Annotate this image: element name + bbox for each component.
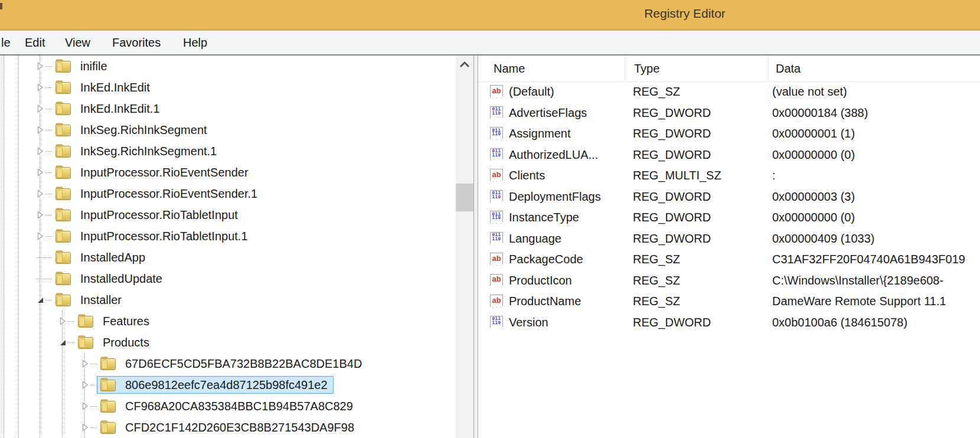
string-value-icon: ab bbox=[490, 253, 503, 266]
value-name: ProductIcon bbox=[509, 270, 572, 292]
tree-item[interactable]: CFD2C1F142D260E3CB8B271543DA9F98 bbox=[80, 417, 456, 438]
collapse-arrow-icon[interactable] bbox=[57, 337, 68, 348]
tree-item[interactable]: InkSeg.RichInkSegment.1 bbox=[35, 140, 456, 162]
tree-item-content[interactable]: InstalledApp bbox=[52, 249, 151, 266]
expand-arrow-icon[interactable] bbox=[35, 167, 45, 178]
tree-item-label: CFD2C1F142D260E3CB8B271543DA9F98 bbox=[125, 421, 354, 434]
tree-item-content[interactable]: InkEd.InkEdit bbox=[52, 79, 156, 96]
tree-item-content[interactable]: Products bbox=[74, 334, 155, 351]
value-type: REG_DWORD bbox=[633, 103, 711, 124]
tree-item-content[interactable]: Features bbox=[74, 312, 155, 330]
expand-arrow-icon[interactable] bbox=[80, 422, 90, 433]
tree-item-label: Features bbox=[103, 315, 149, 328]
folder-icon bbox=[99, 356, 117, 371]
menu-item-file[interactable]: le bbox=[1, 31, 11, 54]
tree-item[interactable]: InputProcessor.RioTabletInput bbox=[35, 204, 456, 225]
tree-item-content[interactable]: inifile bbox=[52, 57, 113, 75]
tree-item[interactable]: InkEd.InkEdit.1 bbox=[35, 98, 456, 119]
value-row[interactable]: abPackageCodeREG_SZC31AF32FF20F04740A61B… bbox=[478, 249, 980, 270]
tree-item-content[interactable]: InputProcessor.RioEventSender bbox=[52, 164, 254, 181]
expand-arrow-icon[interactable] bbox=[35, 82, 45, 93]
tree-item-content[interactable]: 67D6ECF5CD5FBA732B8B22BAC8DE1B4D bbox=[97, 355, 368, 372]
expand-arrow-icon[interactable] bbox=[35, 188, 45, 199]
tree-item[interactable]: InputProcessor.RioEventSender bbox=[35, 162, 456, 183]
value-row[interactable]: 011110LanguageREG_DWORD0x00000409 (1033) bbox=[478, 228, 980, 250]
tree-item-content[interactable]: InputProcessor.RioTabletInput.1 bbox=[52, 227, 254, 245]
tree-dotted-connector bbox=[45, 130, 52, 130]
tree-item-label: inifile bbox=[80, 60, 107, 73]
tree-item[interactable]: 67D6ECF5CD5FBA732B8B22BAC8DE1B4D bbox=[80, 353, 456, 374]
value-name: InstanceType bbox=[509, 207, 579, 228]
folder-icon bbox=[99, 377, 117, 393]
tree-item[interactable]: inifile bbox=[35, 55, 456, 77]
value-type: REG_DWORD bbox=[633, 145, 711, 166]
menu-item-view[interactable]: View bbox=[65, 31, 90, 54]
value-row[interactable]: abClientsREG_MULTI_SZ: bbox=[478, 165, 980, 187]
tree-item[interactable]: InkEd.InkEdit bbox=[35, 77, 456, 98]
tree-item-content-selected[interactable]: 806e9812eefc7ea4d87125b98fc491e2 bbox=[97, 376, 334, 394]
value-row[interactable]: 011110AuthorizedLUA...REG_DWORD0x0000000… bbox=[478, 145, 980, 166]
value-row[interactable]: ab(Default)REG_SZ(value not set) bbox=[478, 81, 980, 103]
expand-arrow-icon[interactable] bbox=[80, 401, 90, 411]
menu-item-favorites[interactable]: Favorites bbox=[112, 31, 161, 54]
folder-icon bbox=[54, 271, 72, 286]
column-header-type[interactable]: Type bbox=[625, 55, 769, 81]
tree-scrollbar[interactable] bbox=[456, 55, 473, 438]
tree-dotted-connector bbox=[45, 215, 52, 215]
tree-dotted-connector bbox=[90, 427, 97, 428]
value-row[interactable]: 011110InstanceTypeREG_DWORD0x00000000 (0… bbox=[478, 207, 980, 228]
tree-item[interactable]: InputProcessor.RioEventSender.1 bbox=[35, 183, 456, 204]
expand-arrow-icon[interactable] bbox=[35, 103, 45, 114]
tree-item-content[interactable]: CFD2C1F142D260E3CB8B271543DA9F98 bbox=[97, 419, 360, 436]
column-header-data[interactable]: Data bbox=[769, 55, 980, 81]
tree-item[interactable]: CF968A20CA835384BBC1B94B57A8C829 bbox=[80, 395, 456, 417]
tree-item-content[interactable]: InputProcessor.RioEventSender.1 bbox=[52, 185, 263, 202]
dword-value-icon: 011110 bbox=[490, 211, 503, 224]
value-row[interactable]: abProductNameREG_SZDameWare Remote Suppo… bbox=[478, 291, 980, 312]
menu-item-edit[interactable]: Edit bbox=[25, 31, 45, 54]
tree-dotted-connector bbox=[45, 172, 52, 173]
pane-splitter[interactable] bbox=[473, 55, 478, 438]
expand-arrow-icon[interactable] bbox=[35, 231, 45, 241]
tree-item-content[interactable]: InkSeg.RichInkSegment.1 bbox=[52, 142, 223, 160]
tree-item[interactable]: InstalledUpdate bbox=[35, 268, 456, 289]
tree-item[interactable]: Products bbox=[57, 332, 456, 353]
scroll-up-arrow-icon[interactable] bbox=[458, 60, 471, 67]
value-name: DeploymentFlags bbox=[509, 187, 601, 208]
menu-item-help[interactable]: Help bbox=[183, 31, 207, 54]
tree-item-content[interactable]: CF968A20CA835384BBC1B94B57A8C829 bbox=[97, 397, 359, 415]
tree-item[interactable]: InputProcessor.RioTabletInput.1 bbox=[35, 225, 456, 247]
value-row[interactable]: 011110VersionREG_DWORD0x0b0100a6 (184615… bbox=[478, 312, 980, 334]
tree-item[interactable]: InkSeg.RichInkSegment bbox=[35, 119, 456, 140]
expand-arrow-icon[interactable] bbox=[35, 125, 45, 135]
tree-item-content[interactable]: InkSeg.RichInkSegment bbox=[52, 121, 213, 139]
expand-arrow-icon[interactable] bbox=[57, 316, 68, 326]
value-row[interactable]: 011110AssignmentREG_DWORD0x00000001 (1) bbox=[478, 123, 980, 145]
expand-arrow-icon[interactable] bbox=[80, 358, 90, 369]
expand-arrow-icon[interactable] bbox=[35, 210, 45, 220]
dword-value-icon: 011110 bbox=[490, 190, 503, 203]
tree-item-content[interactable]: Installer bbox=[52, 291, 128, 309]
tree-item-content[interactable]: InkEd.InkEdit.1 bbox=[52, 100, 166, 117]
tree-item[interactable]: 806e9812eefc7ea4d87125b98fc491e2 bbox=[80, 374, 456, 395]
collapse-arrow-icon[interactable] bbox=[35, 295, 45, 305]
tree-item[interactable]: Installer bbox=[35, 289, 456, 310]
values-pane: Name Type Data ab(Default)REG_SZ(value n… bbox=[478, 55, 980, 438]
scrollbar-thumb[interactable] bbox=[456, 184, 473, 211]
value-data: 0x00000184 (388) bbox=[772, 103, 868, 124]
value-row[interactable]: 011110DeploymentFlagsREG_DWORD0x00000003… bbox=[478, 187, 980, 208]
tree-item[interactable]: Features bbox=[57, 310, 456, 332]
tree-item-content[interactable]: InstalledUpdate bbox=[52, 270, 168, 287]
expand-arrow-icon[interactable] bbox=[35, 61, 45, 71]
column-header-name[interactable]: Name bbox=[478, 55, 625, 81]
value-row[interactable]: 011110AdvertiseFlagsREG_DWORD0x00000184 … bbox=[478, 103, 980, 124]
value-type: REG_DWORD bbox=[633, 228, 711, 250]
expand-arrow-icon[interactable] bbox=[35, 146, 45, 156]
tree-item[interactable]: InstalledApp bbox=[35, 247, 456, 268]
tree-item-label: Products bbox=[103, 336, 149, 349]
value-row[interactable]: abProductIconREG_SZC:\Windows\Installer\… bbox=[478, 270, 980, 292]
value-name: ProductName bbox=[509, 291, 581, 312]
tree-item-content[interactable]: InputProcessor.RioTabletInput bbox=[52, 206, 244, 224]
expand-arrow-icon[interactable] bbox=[80, 380, 90, 390]
value-type: REG_SZ bbox=[633, 249, 680, 270]
